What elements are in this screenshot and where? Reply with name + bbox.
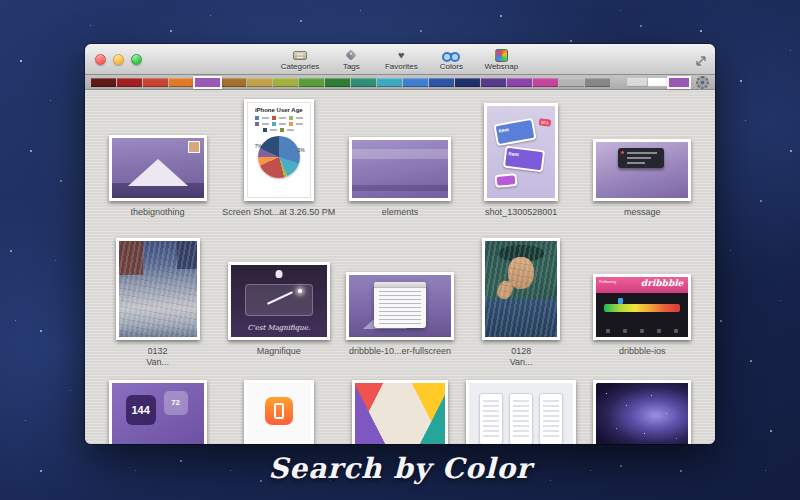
thumbnail-label: message xyxy=(624,207,661,218)
fullscreen-button[interactable] xyxy=(695,53,707,65)
thumbnail-frame[interactable] xyxy=(466,380,576,444)
avatar-badge xyxy=(188,141,200,153)
grid-item-thebignothing[interactable]: thebignothing xyxy=(97,98,218,218)
thumbnail-frame[interactable] xyxy=(593,139,691,201)
phone-mockup-graphic xyxy=(509,393,533,444)
toolbar-label: Websnap xyxy=(485,62,519,71)
thumbnail-elements xyxy=(352,140,448,198)
grid-item-magnifique[interactable]: C'est Magnifique. Magnifique xyxy=(218,218,339,368)
toolbar-item-websnap[interactable]: Websnap xyxy=(483,49,519,71)
color-swatch[interactable] xyxy=(559,78,584,87)
color-swatch-selected[interactable] xyxy=(195,78,220,87)
toolbar-item-categories[interactable]: Categories xyxy=(281,49,320,71)
pie-chart-title: iPhone User Age xyxy=(248,106,310,114)
grid-item-mockups[interactable] xyxy=(461,368,582,444)
traffic-lights xyxy=(95,44,142,74)
clock-tile: 72 xyxy=(164,391,188,415)
thumbnail-phone-icon xyxy=(247,383,311,444)
zoom-button[interactable] xyxy=(131,54,142,65)
thumbnail-frame[interactable]: C'est Magnifique. xyxy=(228,262,330,340)
wallpaper-caption: Search by Color xyxy=(0,452,800,485)
thumbnail-frame[interactable]: Item Item 3EA xyxy=(484,103,558,201)
thumbnail-frame[interactable]: Following dribbble xyxy=(593,274,691,340)
color-spectrum-graphic xyxy=(604,304,680,312)
thumbnail-frame[interactable] xyxy=(349,137,451,201)
thumbnail-dribbble-ios: Following dribbble xyxy=(596,277,688,337)
building-graphic xyxy=(177,241,197,269)
close-button[interactable] xyxy=(95,54,106,65)
coat-graphic xyxy=(485,299,557,337)
thumbnail-label: Screen Shot...at 3.26.50 PM xyxy=(222,207,335,218)
color-swatch[interactable] xyxy=(299,78,324,87)
color-swatch[interactable] xyxy=(533,78,558,87)
pie-percent-label: 3% xyxy=(298,147,305,153)
app-window: Categories Tags ♥ Favorites Colors Websn… xyxy=(85,44,715,444)
grid-item-message[interactable]: message xyxy=(582,98,703,218)
pie-graphic xyxy=(258,136,300,178)
color-swatch[interactable] xyxy=(377,78,402,87)
thumbnail-frame[interactable] xyxy=(593,380,691,444)
color-swatch-gray[interactable] xyxy=(627,78,647,87)
color-swatch[interactable] xyxy=(117,78,142,87)
thumbnail-galaxy xyxy=(596,383,688,444)
color-swatch-white[interactable] xyxy=(648,78,668,87)
grid-item-screenshot[interactable]: iPhone User Age 7% 3% Screen Shot...at 3… xyxy=(218,98,339,218)
item-card-graphic: Item xyxy=(503,146,545,173)
color-swatch[interactable] xyxy=(247,78,272,87)
item-card-graphic: Item xyxy=(494,118,537,147)
websnap-icon xyxy=(495,49,508,61)
magnifique-text: C'est Magnifique. xyxy=(231,324,327,332)
color-swatch[interactable] xyxy=(273,78,298,87)
thumbnail-dribbble-fullscreen xyxy=(349,275,451,337)
toolbar-item-favorites[interactable]: ♥ Favorites xyxy=(383,49,419,71)
grid-item-phone-icon[interactable] xyxy=(218,368,339,444)
thumbnail-frame[interactable] xyxy=(244,380,314,444)
grid-item-galaxy[interactable] xyxy=(582,368,703,444)
grid-item-0132[interactable]: 0132 Van... xyxy=(97,218,218,368)
color-swatch[interactable] xyxy=(325,78,350,87)
thumbnail-painting-crowd xyxy=(119,241,197,337)
thumbnail-frame[interactable] xyxy=(352,380,448,444)
color-swatch[interactable] xyxy=(351,78,376,87)
apple-logo xyxy=(275,270,282,278)
text-line xyxy=(627,157,651,159)
color-swatch[interactable] xyxy=(481,78,506,87)
thumbnail-frame[interactable] xyxy=(109,135,207,201)
grid-item-0128[interactable]: 0128 Van... xyxy=(461,218,582,368)
thumbnail-frame[interactable] xyxy=(346,272,454,340)
thumbnail-frame[interactable]: iPhone User Age 7% 3% xyxy=(244,99,314,201)
color-swatch[interactable] xyxy=(143,78,168,87)
red-dot xyxy=(621,151,624,154)
color-swatch[interactable] xyxy=(91,78,116,87)
color-swatch[interactable] xyxy=(429,78,454,87)
grid-item-clock-tiles[interactable]: 144 72 xyxy=(97,368,218,444)
building-graphic xyxy=(119,241,143,275)
notification-popup-graphic xyxy=(618,148,664,168)
thumbnail-frame[interactable] xyxy=(482,238,560,340)
grid-item-elements[interactable]: elements xyxy=(339,98,460,218)
toolbar-item-tags[interactable]: Tags xyxy=(333,49,369,71)
grid-row: thebignothing iPhone User Age 7% 3% xyxy=(97,98,703,218)
grid-item-shot[interactable]: Item Item 3EA shot_1300528001 xyxy=(461,98,582,218)
gear-icon[interactable] xyxy=(696,76,709,89)
thumbnail-frame[interactable] xyxy=(116,238,200,340)
grid-item-geometric[interactable] xyxy=(339,368,460,444)
thumbnail-frame[interactable]: 144 72 xyxy=(109,380,207,444)
color-swatch[interactable] xyxy=(221,78,246,87)
hat-graphic xyxy=(498,245,544,261)
color-swatch[interactable] xyxy=(403,78,428,87)
minimize-button[interactable] xyxy=(113,54,124,65)
text-line xyxy=(627,162,645,164)
thumbnail-label: Magnifique xyxy=(257,346,301,357)
toolbar-item-colors[interactable]: Colors xyxy=(433,49,469,71)
color-swatch[interactable] xyxy=(169,78,194,87)
color-swatch[interactable] xyxy=(455,78,480,87)
grid-item-dribbble-fullscreen[interactable]: dribbble-10...er-fullscreen xyxy=(339,218,460,368)
color-swatch[interactable] xyxy=(585,78,610,87)
grid-item-dribbble-ios[interactable]: Following dribbble dribbble-ios xyxy=(582,218,703,368)
current-color-swatch[interactable] xyxy=(669,78,689,87)
color-swatch[interactable] xyxy=(507,78,532,87)
mountain-peak-graphic xyxy=(128,159,188,186)
phone-mockup-graphic xyxy=(479,393,503,444)
thumbnail-sublabel: Van... xyxy=(510,357,533,368)
